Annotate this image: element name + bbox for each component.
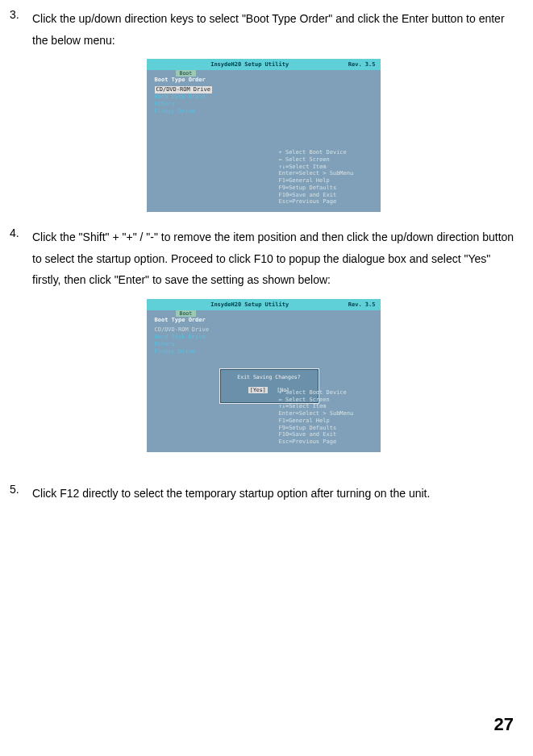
list-item-3: 3. Click the up/down direction keys to s… bbox=[10, 8, 517, 51]
help-line: Enter=Select > SubMenu bbox=[279, 410, 376, 417]
bios-help-panel: + Select Boot Device ↔ Select Screen ↑↓=… bbox=[279, 389, 376, 446]
help-line: + Select Boot Device bbox=[279, 149, 376, 156]
bios-body: Boot Type Order CD/DVD-ROM Drive Hard Di… bbox=[147, 310, 381, 360]
help-line: F9=Setup Defaults bbox=[279, 185, 376, 192]
help-line: F9=Setup Defaults bbox=[279, 425, 376, 432]
bios-section-header: Boot Type Order bbox=[155, 77, 376, 83]
page-number: 27 bbox=[10, 714, 517, 735]
help-line: ↔ Select Screen bbox=[279, 397, 376, 404]
boot-option: Hard Disk Drive bbox=[155, 93, 376, 101]
help-line: + Select Boot Device bbox=[279, 389, 376, 397]
boot-option: CD/DVD-ROM Drive bbox=[155, 326, 376, 334]
help-line: F10=Save and Exit bbox=[279, 431, 376, 438]
boot-option: Floppy Drive bbox=[155, 348, 376, 355]
dialog-yes-button[interactable]: [Yes] bbox=[248, 387, 268, 393]
bios-body: Boot Type Order CD/DVD-ROM Drive Hard Di… bbox=[147, 70, 381, 120]
bios-titlebar: InsydeH20 Setup Utility Rev. 3.5 bbox=[147, 59, 381, 70]
list-text: Click the up/down direction keys to sele… bbox=[32, 8, 517, 51]
list-text: Click the "Shift" + "+" / "-" to remove … bbox=[32, 226, 517, 291]
list-number: 3. bbox=[10, 8, 32, 51]
bios-screenshot-1: InsydeH20 Setup Utility Rev. 3.5 Boot Bo… bbox=[10, 59, 517, 212]
bios-rev: Rev. 3.5 bbox=[348, 301, 376, 308]
list-text: Click F12 directly to select the tempora… bbox=[32, 483, 517, 505]
boot-option: Others bbox=[155, 101, 376, 108]
list-item-4: 4. Click the "Shift" + "+" / "-" to remo… bbox=[10, 226, 517, 291]
bios-help-panel: + Select Boot Device ↔ Select Screen ↑↓=… bbox=[279, 149, 376, 206]
help-line: Esc=Previous Page bbox=[279, 198, 376, 206]
boot-option: Others bbox=[155, 341, 376, 348]
list-number: 5. bbox=[10, 483, 32, 505]
bios-tab: Boot bbox=[176, 70, 197, 77]
bios-utility-title: InsydeH20 Setup Utility bbox=[210, 301, 289, 308]
help-line: F1=General Help bbox=[279, 417, 376, 425]
help-line: F1=General Help bbox=[279, 177, 376, 185]
bios-section-header: Boot Type Order bbox=[155, 317, 376, 323]
help-line: ↑↓=Select Item bbox=[279, 403, 376, 410]
boot-option: Hard Disk Drive bbox=[155, 334, 376, 341]
boot-option-selected: CD/DVD-ROM Drive bbox=[155, 86, 376, 93]
bios-screen: InsydeH20 Setup Utility Rev. 3.5 Boot Bo… bbox=[147, 59, 381, 212]
bios-screen: InsydeH20 Setup Utility Rev. 3.5 Boot Bo… bbox=[147, 299, 381, 452]
dialog-title: Exit Saving Changes? bbox=[220, 374, 319, 380]
bios-rev: Rev. 3.5 bbox=[348, 61, 376, 68]
help-line: Esc=Previous Page bbox=[279, 438, 376, 446]
list-number: 4. bbox=[10, 226, 32, 291]
help-line: ↑↓=Select Item bbox=[279, 164, 376, 171]
help-line: F10=Save and Exit bbox=[279, 192, 376, 199]
bios-titlebar: InsydeH20 Setup Utility Rev. 3.5 bbox=[147, 299, 381, 310]
bios-utility-title: InsydeH20 Setup Utility bbox=[210, 61, 289, 68]
help-line: Enter=Select > SubMenu bbox=[279, 170, 376, 177]
bios-screenshot-2: InsydeH20 Setup Utility Rev. 3.5 Boot Bo… bbox=[10, 299, 517, 452]
help-line: ↔ Select Screen bbox=[279, 156, 376, 164]
list-item-5: 5. Click F12 directly to select the temp… bbox=[10, 483, 517, 505]
bios-tab: Boot bbox=[176, 310, 197, 317]
boot-option: Floppy Drive bbox=[155, 108, 376, 115]
